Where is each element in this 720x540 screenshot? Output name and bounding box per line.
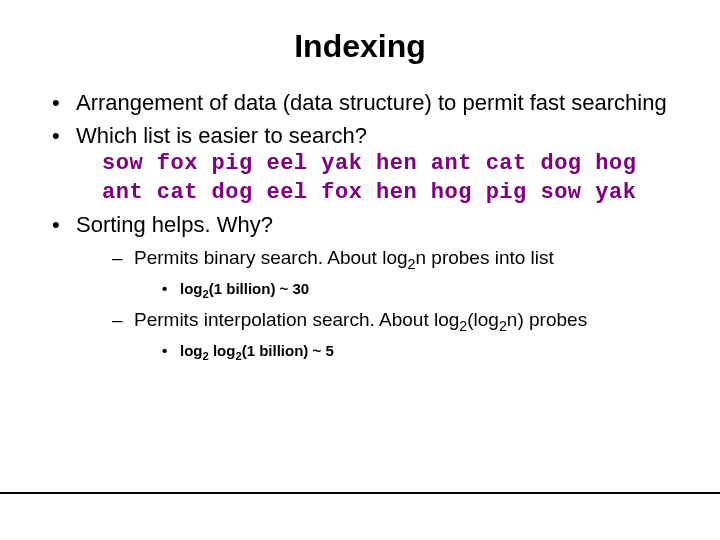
sub-list: Permits binary search. About log2n probe… [112,246,680,364]
sub-sub-item: log2 log2(1 billion) ~ 5 [162,341,680,364]
bullet-text: Sorting helps. Why? [76,212,273,237]
sub-sub-list: log2 log2(1 billion) ~ 5 [162,341,680,364]
sub-text: Permits interpolation search. About log2… [134,309,587,330]
sub-sub-list: log2(1 billion) ~ 30 [162,279,680,302]
sub-item: Permits interpolation search. About log2… [112,308,680,364]
bullet-item: Sorting helps. Why? Permits binary searc… [50,211,680,363]
code-row-sorted: ant cat dog eel fox hen hog pig sow yak [102,179,680,208]
slide-title: Indexing [40,28,680,65]
code-row-unsorted: sow fox pig eel yak hen ant cat dog hog [102,150,680,179]
bullet-item: Arrangement of data (data structure) to … [50,89,680,118]
bullet-item: Which list is easier to search? sow fox … [50,122,680,208]
slide: Indexing Arrangement of data (data struc… [0,0,720,540]
bullet-text: Which list is easier to search? [76,123,367,148]
divider [0,492,720,494]
sub-text: Permits binary search. About log2n probe… [134,247,554,268]
sub-sub-item: log2(1 billion) ~ 30 [162,279,680,302]
bullet-list: Arrangement of data (data structure) to … [50,89,680,364]
sub-item: Permits binary search. About log2n probe… [112,246,680,302]
bullet-text: Arrangement of data (data structure) to … [76,90,667,115]
